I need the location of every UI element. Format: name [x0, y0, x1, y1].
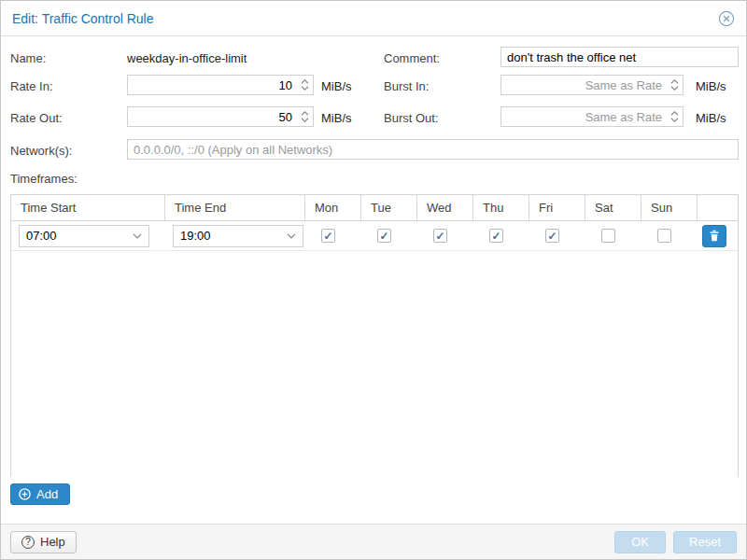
- column-header-mon[interactable]: Mon: [305, 195, 361, 220]
- burst-in-field[interactable]: [500, 75, 684, 95]
- burst-out-field[interactable]: [500, 106, 684, 127]
- comment-input[interactable]: [500, 47, 739, 67]
- table-row: 07:00 19:00: [11, 221, 738, 251]
- burst-in-input[interactable]: [501, 78, 666, 92]
- rate-in-field[interactable]: [127, 75, 314, 95]
- dialog-title: Edit: Traffic Control Rule: [12, 11, 153, 26]
- burst-out-input[interactable]: [501, 110, 666, 124]
- burst-in-unit: MiB/s: [696, 79, 726, 93]
- time-end-select[interactable]: 19:00: [173, 225, 303, 247]
- chevron-down-icon: [133, 233, 142, 239]
- comment-label: Comment:: [384, 51, 440, 65]
- column-header-time-end[interactable]: Time End: [165, 195, 305, 220]
- time-end-value: 19:00: [180, 229, 287, 243]
- time-start-value: 07:00: [26, 229, 133, 243]
- rate-out-input[interactable]: [128, 110, 296, 124]
- dialog-header: Edit: Traffic Control Rule: [1, 1, 746, 36]
- networks-input[interactable]: [127, 139, 739, 160]
- name-label: Name:: [10, 51, 46, 65]
- rate-in-input[interactable]: [128, 78, 296, 92]
- rate-out-field[interactable]: [127, 106, 314, 127]
- add-icon: [19, 488, 31, 500]
- mon-checkbox[interactable]: [321, 229, 335, 243]
- delete-row-button[interactable]: [702, 225, 726, 247]
- timeframes-table: Time Start Time End Mon Tue Wed Thu Fri …: [10, 194, 739, 477]
- close-icon[interactable]: [718, 10, 735, 27]
- add-button-label: Add: [36, 487, 58, 501]
- column-header-fri[interactable]: Fri: [529, 195, 585, 220]
- help-button-label: Help: [40, 535, 65, 549]
- sat-checkbox[interactable]: [601, 229, 615, 243]
- wed-checkbox[interactable]: [433, 229, 447, 243]
- thu-checkbox[interactable]: [489, 229, 503, 243]
- column-header-sat[interactable]: Sat: [585, 195, 641, 220]
- tue-checkbox[interactable]: [377, 229, 391, 243]
- column-header-thu[interactable]: Thu: [473, 195, 529, 220]
- column-header-time-start[interactable]: Time Start: [11, 195, 165, 220]
- burst-out-spinner-icon[interactable]: [666, 107, 683, 126]
- rate-out-unit: MiB/s: [321, 111, 352, 125]
- burst-out-label: Burst Out:: [384, 111, 439, 125]
- column-header-sun[interactable]: Sun: [641, 195, 698, 220]
- rate-out-label: Rate Out:: [10, 111, 63, 125]
- rate-out-spinner-icon[interactable]: [296, 107, 313, 126]
- help-icon: ?: [21, 536, 35, 549]
- help-button[interactable]: ? Help: [10, 531, 77, 553]
- trash-icon: [709, 230, 720, 242]
- table-header-row: Time Start Time End Mon Tue Wed Thu Fri …: [11, 195, 738, 221]
- sun-checkbox[interactable]: [657, 229, 671, 243]
- reset-button[interactable]: Reset: [673, 531, 737, 553]
- dialog-footer: ? Help OK Reset: [1, 524, 746, 559]
- column-header-wed[interactable]: Wed: [417, 195, 473, 220]
- table-empty-area: [11, 251, 738, 477]
- rate-in-label: Rate In:: [10, 79, 53, 93]
- timeframes-label: Timeframes:: [10, 172, 78, 186]
- edit-traffic-control-rule-dialog: Edit: Traffic Control Rule Name: weekday…: [0, 0, 747, 560]
- ok-button[interactable]: OK: [614, 531, 666, 553]
- burst-in-label: Burst In:: [384, 79, 429, 93]
- add-button[interactable]: Add: [10, 483, 70, 505]
- time-start-select[interactable]: 07:00: [19, 225, 149, 247]
- networks-label: Network(s):: [10, 144, 72, 158]
- chevron-down-icon: [287, 233, 296, 239]
- rate-in-unit: MiB/s: [321, 79, 352, 93]
- fri-checkbox[interactable]: [545, 229, 559, 243]
- rate-in-spinner-icon[interactable]: [296, 76, 313, 94]
- column-header-tue[interactable]: Tue: [361, 195, 417, 220]
- burst-in-spinner-icon[interactable]: [666, 76, 683, 94]
- column-header-actions: [698, 195, 738, 220]
- name-value: weekday-in-office-limit: [127, 51, 247, 65]
- burst-out-unit: MiB/s: [696, 111, 726, 125]
